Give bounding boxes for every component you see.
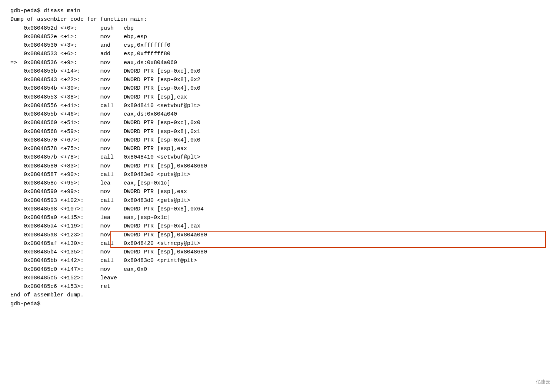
asm-line: 0x08048590 <+99>: mov DWORD PTR [esp],ea… [10, 187, 547, 196]
asm-line: 0x08048593 <+102>: call 0x80483d0 <gets@… [10, 196, 547, 205]
asm-line: => 0x08048536 <+9>: mov eax,ds:0x804a060 [10, 59, 547, 67]
asm-line: 0x08048580 <+83>: mov DWORD PTR [esp],0x… [10, 162, 547, 170]
asm-line: 0x0804853b <+14>: mov DWORD PTR [esp+0xc… [10, 67, 547, 76]
asm-line: 0x0804858c <+95>: lea eax,[esp+0x1c] [10, 179, 547, 187]
asm-line: 0x08048543 <+22>: mov DWORD PTR [esp+0x8… [10, 76, 547, 84]
asm-line: 0x08048533 <+6>: add esp,0xffffff80 [10, 50, 547, 58]
footer-line: End of assembler dump. [10, 291, 547, 299]
asm-line: 0x0804854b <+30>: mov DWORD PTR [esp+0x4… [10, 84, 547, 93]
footer-text: End of assembler dump. [10, 291, 84, 299]
asm-line: 0x0804855b <+46>: mov eax,ds:0x804a040 [10, 110, 547, 119]
asm-line: 0x08048598 <+107>: mov DWORD PTR [esp+0x… [10, 205, 547, 213]
asm-line: 0x08048530 <+3>: and esp,0xfffffff0 [10, 41, 547, 50]
header-line: Dump of assembler code for function main… [10, 15, 547, 24]
asm-line: 0x080485c6 <+153>: ret [10, 282, 547, 291]
asm-line: 0x080485c0 <+147>: mov eax,0x0 [10, 265, 547, 274]
asm-line: 0x080485a4 <+119>: mov DWORD PTR [esp+0x… [10, 222, 547, 230]
asm-line: 0x080485c5 <+152>: leave [10, 274, 547, 282]
prompt-line-2: gdb-peda$ [10, 300, 547, 308]
asm-line: 0x080485a0 <+115>: lea eax,[esp+0x1c] [10, 213, 547, 222]
asm-line: 0x080485b4 <+135>: mov DWORD PTR [esp],0… [10, 248, 547, 256]
highlight-box [110, 239, 546, 248]
asm-line: 0x0804857b <+78>: call 0x8048410 <setvbu… [10, 153, 547, 162]
prompt-text-2: gdb-peda$ [10, 300, 44, 308]
asm-line: 0x08048568 <+59>: mov DWORD PTR [esp+0x8… [10, 127, 547, 136]
asm-line: 0x08048578 <+75>: mov DWORD PTR [esp],ea… [10, 144, 547, 153]
watermark: 亿速云 [536, 379, 550, 385]
prompt-text-1: gdb-peda$ disass main [10, 7, 80, 15]
asm-line: 0x080485bb <+142>: call 0x80483c0 <print… [10, 256, 547, 265]
prompt-line-1: gdb-peda$ disass main [10, 7, 547, 15]
asm-line: 0x0804852e <+1>: mov ebp,esp [10, 33, 547, 41]
asm-line: 0x08048587 <+90>: call 0x80483e0 <puts@p… [10, 170, 547, 179]
asm-line: 0x080485af <+130>: call 0x8048420 <strnc… [10, 239, 547, 248]
asm-line: 0x08048553 <+38>: mov DWORD PTR [esp],ea… [10, 93, 547, 102]
header-text: Dump of assembler code for function main… [10, 15, 147, 24]
asm-line: 0x080485a8 <+123>: mov DWORD PTR [esp],0… [10, 231, 547, 239]
asm-line: 0x0804852d <+0>: push ebp [10, 24, 547, 33]
asm-line: 0x08048556 <+41>: call 0x8048410 <setvbu… [10, 102, 547, 110]
terminal-output: gdb-peda$ disass main Dump of assembler … [7, 4, 550, 311]
asm-line: 0x08048570 <+67>: mov DWORD PTR [esp+0x4… [10, 136, 547, 144]
asm-line: 0x08048560 <+51>: mov DWORD PTR [esp+0xc… [10, 119, 547, 127]
asm-listing: 0x0804852d <+0>: push ebp 0x0804852e <+1… [10, 24, 547, 291]
highlight-box [110, 231, 546, 239]
